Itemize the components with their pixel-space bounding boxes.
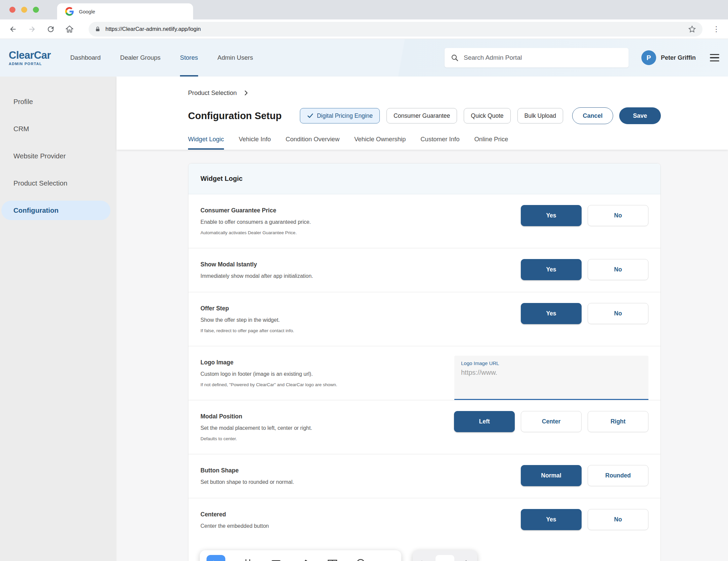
setting-row-consumer-guarantee-price: Consumer Guarantee Price Enable to offer… <box>188 194 661 248</box>
tab-vehicle-info[interactable]: Vehicle Info <box>239 136 271 150</box>
browser-tab[interactable]: Google <box>57 3 193 19</box>
close-window-button[interactable] <box>9 7 15 13</box>
sidebar: Profile CRM Website Provider Product Sel… <box>0 76 117 561</box>
chip-label: Consumer Guarantee <box>394 112 450 119</box>
row-title: Centered <box>200 511 269 518</box>
chip-consumer-guarantee[interactable]: Consumer Guarantee <box>386 108 457 123</box>
offer-step-no-button[interactable]: No <box>588 303 648 324</box>
markup-tools-group <box>200 550 401 561</box>
url-bar[interactable]: https://ClearCar-admin.netlify.app/login <box>89 22 702 37</box>
config-tabs: Widget Logic Vehicle Info Condition Over… <box>188 136 661 150</box>
save-button[interactable]: Save <box>619 107 661 124</box>
tab-online-price[interactable]: Online Price <box>474 136 508 150</box>
url-text[interactable]: https://ClearCar-admin.netlify.app/login <box>105 26 683 32</box>
chip-digital-pricing-engine[interactable]: Digital Pricing Engine <box>300 108 380 123</box>
setting-row-logo-image: Logo Image Custom logo in footer (image … <box>188 346 661 400</box>
zoom-window-button[interactable] <box>33 7 39 13</box>
selected-screenshot-mode-icon[interactable] <box>436 555 454 561</box>
offer-step-yes-button[interactable]: Yes <box>521 303 582 324</box>
content-header: Product Selection Configuration Setup Di… <box>117 76 728 150</box>
google-favicon-icon <box>65 7 74 16</box>
nav-dealer-groups[interactable]: Dealer Groups <box>120 39 161 76</box>
markup-actions-group <box>413 550 477 561</box>
user-name[interactable]: Peter Griffin <box>661 54 696 61</box>
selection-tool-icon[interactable] <box>207 555 225 561</box>
nav-admin-users[interactable]: Admin Users <box>218 39 253 76</box>
tab-customer-info[interactable]: Customer Info <box>420 136 459 150</box>
card-title: Widget Logic <box>188 163 661 194</box>
grid-tool-icon[interactable] <box>327 558 338 561</box>
cancel-button[interactable]: Cancel <box>572 107 613 124</box>
logo-image-url-label: Logo Image URL <box>461 360 642 366</box>
setting-row-modal-position: Modal Position Set the modal placement t… <box>188 400 661 454</box>
content-scroll: Widget Logic Consumer Guarantee Price En… <box>117 150 728 561</box>
rectangle-tool-icon[interactable] <box>270 558 282 561</box>
consumer-guarantee-price-yes-button[interactable]: Yes <box>521 205 582 226</box>
consumer-guarantee-price-no-button[interactable]: No <box>588 205 648 226</box>
screen: Google https://ClearCar-admin.netlify.ap… <box>0 0 728 561</box>
centered-yes-button[interactable]: Yes <box>521 509 582 530</box>
binoculars-tool-icon[interactable] <box>383 558 395 561</box>
modal-position-right-button[interactable]: Right <box>588 411 648 432</box>
logo-title: ClearCar <box>9 50 51 60</box>
main-nav: Dashboard Dealer Groups Stores Admin Use… <box>70 39 253 76</box>
reload-icon[interactable] <box>46 25 55 34</box>
centered-no-button[interactable]: No <box>588 509 648 530</box>
admin-search[interactable] <box>445 48 629 67</box>
minimize-window-button[interactable] <box>21 7 27 13</box>
setting-row-offer-step: Offer Step Show the offer step in the wi… <box>188 292 661 346</box>
browser-toolbar: https://ClearCar-admin.netlify.app/login… <box>0 19 728 39</box>
chip-label: Bulk Upload <box>525 112 556 119</box>
button-shape-rounded-button[interactable]: Rounded <box>588 465 648 486</box>
row-description: Show the offer step in the widget. <box>200 317 294 323</box>
chip-bulk-upload[interactable]: Bulk Upload <box>517 108 563 123</box>
row-description: Custom logo in footer (image is an exist… <box>200 371 337 377</box>
row-description: Immediately show modal after app initial… <box>200 273 313 279</box>
more-tools-icon[interactable] <box>460 558 472 561</box>
pen-tool-icon[interactable] <box>299 558 310 561</box>
browser-tabstrip: Google <box>0 0 728 19</box>
sidebar-item-website-provider[interactable]: Website Provider <box>0 146 117 166</box>
avatar[interactable]: P <box>641 50 656 65</box>
logo-image-url-field[interactable]: Logo Image URL <box>454 356 648 400</box>
bookmark-star-icon[interactable] <box>688 25 696 34</box>
lock-icon <box>95 26 101 32</box>
search-input[interactable] <box>464 54 623 61</box>
forward-icon[interactable] <box>28 25 36 34</box>
ellipse-tool-icon[interactable] <box>355 558 366 561</box>
clearcar-logo[interactable]: ClearCar ADMIN PORTAL <box>9 39 51 76</box>
tab-condition-overview[interactable]: Condition Overview <box>286 136 339 150</box>
back-icon[interactable] <box>9 25 17 34</box>
sidebar-item-configuration[interactable]: Configuration <box>1 201 110 220</box>
breadcrumb[interactable]: Product Selection <box>188 89 661 97</box>
window-controls[interactable] <box>9 7 39 13</box>
button-shape-normal-button[interactable]: Normal <box>521 465 582 486</box>
show-modal-no-button[interactable]: No <box>588 259 648 280</box>
sidebar-item-crm[interactable]: CRM <box>0 119 117 139</box>
browser-menu-icon[interactable]: ⋮ <box>713 28 719 31</box>
tab-widget-logic[interactable]: Widget Logic <box>188 136 224 150</box>
sidebar-item-profile[interactable]: Profile <box>0 92 117 111</box>
row-title: Offer Step <box>200 305 294 312</box>
hamburger-menu-icon[interactable] <box>710 54 719 62</box>
modal-position-left-button[interactable]: Left <box>454 411 515 432</box>
breadcrumb-label[interactable]: Product Selection <box>188 89 237 97</box>
show-modal-yes-button[interactable]: Yes <box>521 259 582 280</box>
row-title: Show Modal Istantly <box>200 261 313 268</box>
undo-icon[interactable] <box>418 558 429 561</box>
tab-vehicle-ownership[interactable]: Vehicle Ownership <box>354 136 406 150</box>
check-icon <box>307 112 314 119</box>
main-content: Product Selection Configuration Setup Di… <box>117 76 728 561</box>
chevron-right-icon <box>243 90 249 96</box>
row-hint: Defaults to center. <box>200 436 312 441</box>
crop-tool-icon[interactable] <box>242 558 254 561</box>
sidebar-item-product-selection[interactable]: Product Selection <box>0 173 117 193</box>
home-icon[interactable] <box>65 25 74 34</box>
chip-quick-quote[interactable]: Quick Quote <box>464 108 510 123</box>
row-description: Enable to offer consumers a guaranteed p… <box>200 219 311 225</box>
search-icon <box>451 54 459 62</box>
nav-dashboard[interactable]: Dashboard <box>70 39 101 76</box>
modal-position-center-button[interactable]: Center <box>521 411 582 432</box>
logo-image-url-input[interactable] <box>461 369 642 376</box>
nav-stores[interactable]: Stores <box>180 39 198 76</box>
